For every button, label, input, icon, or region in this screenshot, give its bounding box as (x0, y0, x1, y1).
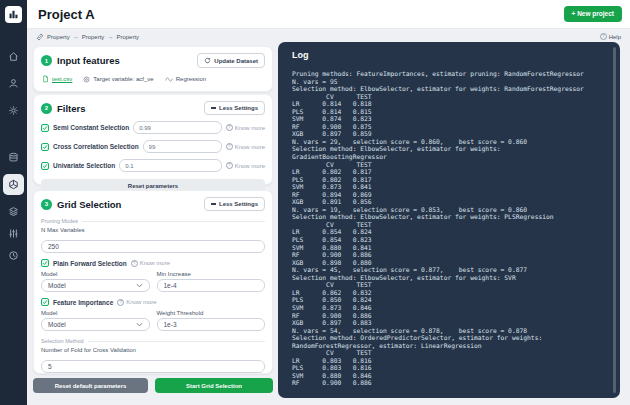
help-icon: ? (600, 33, 607, 40)
sidebar-item-user[interactable] (8, 78, 19, 89)
know-more-link[interactable]: ? Know more (226, 162, 265, 169)
reset-default-parameters-button[interactable]: Reset default parameters (33, 378, 148, 393)
log-line: SVM 0.873 0.841 (292, 183, 610, 191)
sidebar-item-dataset[interactable] (8, 152, 19, 163)
update-dataset-button[interactable]: Update Dataset (197, 53, 265, 68)
bar-chart-logo-icon (8, 9, 19, 20)
help-label: Help (609, 34, 621, 40)
know-more-link[interactable]: ? Know more (226, 143, 265, 150)
app-logo[interactable] (5, 6, 22, 23)
feature-importance-label: Feature Importance (53, 299, 113, 306)
log-line: RandomForestRegressor, estimator: Linear… (292, 342, 610, 350)
sidebar-item-layers[interactable] (8, 206, 19, 217)
weight-threshold-input[interactable] (157, 318, 266, 331)
filter-checkbox[interactable] (41, 162, 49, 170)
feature-importance-row: Feature Importance ? Know more (41, 298, 265, 306)
plain-forward-checkbox[interactable] (41, 259, 49, 267)
filters-title: Filters (57, 103, 86, 114)
filter-value-input[interactable] (143, 140, 222, 153)
breadcrumb-item[interactable]: Property (47, 34, 70, 40)
question-icon: ? (226, 162, 233, 169)
page-title: Project A (38, 7, 95, 22)
sidebar-item-tuning[interactable] (8, 228, 19, 239)
log-line: PLS 0.802 0.817 (292, 176, 610, 184)
log-panel: Log Pruning methods: FeatureImportances,… (278, 42, 620, 398)
filter-checkbox[interactable] (41, 124, 49, 132)
home-icon (8, 51, 19, 62)
filter-row: Semi Constant Selection ? Know more (34, 118, 272, 137)
filter-row: Cross Correlation Selection ? Know more (34, 137, 272, 156)
filter-value-input[interactable] (119, 159, 222, 172)
filter-value-input[interactable] (133, 121, 221, 134)
know-more-link[interactable]: ? Know more (226, 124, 265, 131)
cube-icon (8, 179, 19, 190)
sliders-icon (8, 228, 19, 239)
new-project-button[interactable]: + New project (564, 6, 622, 22)
log-line: Selection method: ElbowSelector, estimat… (292, 213, 610, 221)
breadcrumb-item[interactable]: Property (116, 34, 139, 40)
sidebar (0, 0, 27, 405)
log-line: Pruning methods: FeatureImportances, est… (292, 70, 610, 78)
sidebar-item-home[interactable] (8, 51, 19, 62)
check-icon (42, 260, 48, 266)
step-2-badge: 2 (41, 103, 52, 114)
input-features-card: 1 Input features Update Dataset test.csv (33, 46, 273, 92)
target-variable-label: Target variable: acf_ve (83, 76, 153, 83)
task-type-label: Regression (165, 76, 206, 83)
fi-model-select[interactable]: Model (41, 318, 150, 331)
log-line: N. vars = 29, selection score = 0.860, b… (292, 138, 610, 146)
log-line: GradientBoostingRegressor (292, 153, 610, 161)
min-increase-label: Min Increase (157, 271, 266, 277)
sidebar-item-model-active[interactable] (3, 174, 24, 195)
help-button[interactable]: ? Help (600, 33, 621, 40)
sidebar-item-history[interactable] (8, 250, 19, 261)
file-icon (42, 75, 49, 83)
breadcrumb-separator: → (107, 34, 113, 40)
step-3-badge: 3 (41, 199, 52, 210)
sidebar-item-settings[interactable] (8, 105, 19, 116)
filter-label: Semi Constant Selection (53, 124, 129, 131)
pruning-modes-divider: Pruning Modes (41, 218, 265, 224)
log-line: Selection method: ElbowSelector, estimat… (292, 274, 610, 282)
refresh-icon (204, 57, 211, 64)
folds-input[interactable] (41, 360, 265, 373)
clock-icon (8, 250, 19, 261)
user-icon (8, 78, 19, 89)
log-line: N. vars = 95 (292, 78, 610, 86)
grid-selection-card: 3 Grid Selection Less Settings Pruning M… (33, 190, 273, 374)
log-line: CV TEST (292, 161, 610, 169)
n-max-variables-input[interactable] (41, 240, 265, 253)
log-line: CV TEST (292, 221, 610, 229)
breadcrumb-item[interactable]: Property (82, 34, 105, 40)
min-increase-input[interactable] (157, 279, 266, 292)
log-line: LR 0.814 0.818 (292, 100, 610, 108)
log-line: XGB 0.897 0.859 (292, 130, 610, 138)
log-line: PLS 0.850 0.824 (292, 296, 610, 304)
pf-model-select[interactable]: Model (41, 279, 150, 292)
log-line: PLS 0.854 0.823 (292, 236, 610, 244)
target-icon (83, 76, 90, 83)
log-line: Selection method: ElbowSelector, estimat… (292, 145, 610, 153)
grid-less-settings-button[interactable]: Less Settings (204, 197, 265, 211)
start-grid-selection-button[interactable]: Start Grid Selection (155, 378, 273, 393)
filters-less-settings-button[interactable]: Less Settings (204, 101, 265, 115)
database-icon (8, 152, 19, 163)
step-1-badge: 1 (41, 55, 52, 66)
log-line: LR 0.862 0.832 (292, 289, 610, 297)
feature-importance-checkbox[interactable] (41, 298, 49, 306)
know-more-link[interactable]: ? Know more (131, 260, 170, 267)
selection-method-divider: Selection Method (41, 338, 265, 344)
log-line: N. vars = 54, selection score = 0.878, b… (292, 327, 610, 335)
log-line: XGB 0.891 0.856 (292, 198, 610, 206)
log-line: SVM 0.874 0.823 (292, 115, 610, 123)
log-line: LR 0.802 0.817 (292, 168, 610, 176)
log-scrollbar[interactable] (613, 47, 616, 393)
filter-row: Univariate Selection ? Know more (34, 156, 272, 175)
log-line: CV TEST (292, 349, 610, 357)
filter-checkbox[interactable] (41, 143, 49, 151)
folds-label: Number of Fold for Cross Validation (41, 347, 265, 353)
know-more-link[interactable]: ? Know more (117, 299, 156, 306)
log-line: SVM 0.873 0.846 (292, 304, 610, 312)
dataset-file-link[interactable]: test.csv (42, 75, 72, 83)
log-title: Log (292, 50, 309, 60)
